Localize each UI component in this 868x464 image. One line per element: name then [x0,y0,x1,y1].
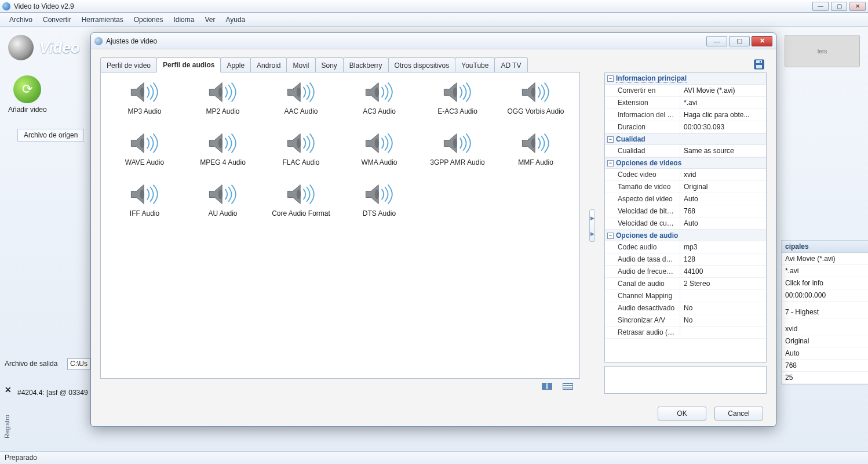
property-row[interactable]: Duracion00:00:30.093 [605,121,766,133]
dialog-maximize-button[interactable]: ▢ [729,36,750,46]
add-video-button[interactable]: Añadir video [8,75,47,114]
tab-perfil-audios[interactable]: Perfil de audios [156,57,221,72]
property-row[interactable]: Codec videoxvid [605,169,766,181]
property-row[interactable]: Tamaño de videoOriginal [605,181,766,193]
property-row[interactable]: Canal de audio2 Stereo [605,278,766,290]
property-value[interactable] [680,327,766,338]
property-value[interactable]: 2 Stereo [680,278,766,289]
ok-button[interactable]: OK [658,407,706,420]
close-log-icon[interactable]: ✕ [5,385,12,394]
property-value[interactable]: Same as source [680,145,766,157]
property-group-header[interactable]: −Opciones de videos [605,157,766,169]
property-value[interactable]: Original [680,181,766,193]
source-file-header[interactable]: Archivo de origen [17,129,84,142]
property-row[interactable]: CualidadSame as source [605,145,766,157]
property-value[interactable]: mp3 [680,241,766,253]
format-item[interactable]: WMA Audio [340,132,418,166]
save-icon[interactable] [754,59,764,71]
format-item[interactable]: FLAC Audio [262,132,340,166]
minimize-button[interactable]: — [812,2,829,11]
format-label: MPEG 4 Audio [200,158,246,166]
large-icons-view-icon[interactable] [542,383,552,390]
property-group-header[interactable]: −Informacion principal [605,73,766,85]
property-row[interactable]: Audio de tasa de bits128 [605,253,766,266]
menu-ver[interactable]: Ver [200,14,220,26]
formats-grid[interactable]: MP3 AudioMP2 AudioAAC AudioAC3 AudioE-AC… [100,72,580,379]
property-value[interactable] [680,290,766,302]
registro-tab[interactable]: Registro [0,398,14,456]
splitter[interactable]: ▶▶ [588,57,596,394]
property-value[interactable]: 00:00:30.093 [680,121,766,133]
dialog-titlebar[interactable]: Ajustes de video — ▢ ✕ [91,33,776,49]
format-item[interactable]: DTS Audio [340,183,418,217]
format-item[interactable]: MP3 Audio [105,81,184,115]
format-item[interactable]: Core Audio Format [262,183,340,217]
property-grid[interactable]: −Informacion principalConvertir enAVI Mo… [604,72,767,362]
tab-sony[interactable]: Sony [315,57,344,72]
output-file-input[interactable]: C:\Us [67,358,90,370]
format-item[interactable]: MMF Audio [497,132,575,166]
property-row[interactable]: Codec audiomp3 [605,241,766,253]
format-item[interactable]: AAC Audio [262,81,340,115]
property-row[interactable]: Channel Mapping [605,290,766,302]
property-group-header[interactable]: −Opciones de audio [605,230,766,241]
menu-opciones[interactable]: Opciones [129,14,168,26]
property-row[interactable]: Audio de frecuenci...44100 [605,266,766,278]
property-row[interactable]: Informacion del arc...Haga clic para obt… [605,109,766,121]
tab-adtv[interactable]: AD TV [494,57,527,72]
format-item[interactable]: IFF Audio [105,183,184,217]
property-value[interactable]: Auto [680,217,766,229]
dialog-minimize-button[interactable]: — [706,36,727,46]
collapse-icon[interactable]: − [607,160,614,166]
format-item[interactable]: MPEG 4 Audio [184,132,262,166]
property-row[interactable]: Audio desactivadoNo [605,302,766,314]
property-row[interactable]: Velocidad de cuadr...Auto [605,217,766,230]
property-value[interactable]: xvid [680,169,766,180]
list-view-icon[interactable] [563,383,573,390]
format-item[interactable]: OGG Vorbis Audio [497,81,575,115]
property-value[interactable]: No [680,314,766,326]
collapse-icon[interactable]: − [607,233,614,239]
maximize-button[interactable]: ▢ [831,2,847,11]
menu-ayuda[interactable]: Ayuda [221,14,250,26]
property-value[interactable]: Auto [680,193,766,205]
property-value[interactable]: 768 [680,205,766,217]
format-item[interactable]: 3GPP AMR Audio [418,132,497,166]
property-row[interactable]: Aspecto del videoAuto [605,193,766,205]
tab-perfil-video[interactable]: Perfil de video [100,57,157,72]
tab-youtube[interactable]: YouTube [455,57,495,72]
tab-movil[interactable]: Movil [286,57,315,72]
property-value[interactable]: Haga clic para obte... [680,109,766,121]
format-item[interactable]: WAVE Audio [105,132,184,166]
property-row[interactable]: Convertir enAVI Movie (*.avi) [605,85,766,97]
side-properties-peek: cipales Avi Movie (*.avi) *.avi Click fo… [781,240,868,385]
tab-android[interactable]: Android [250,57,287,72]
menu-archivo[interactable]: Archivo [5,14,37,26]
cancel-button[interactable]: Cancel [714,407,763,420]
format-item[interactable]: AC3 Audio [340,81,418,115]
dialog-footer: OK Cancel [91,401,776,426]
collapse-icon[interactable]: − [607,75,614,82]
property-row[interactable]: Retrasar audio (sec) [605,327,766,339]
menu-idioma[interactable]: Idioma [169,14,199,26]
property-value[interactable]: *.avi [680,97,766,108]
property-value[interactable]: No [680,302,766,314]
close-button[interactable]: ✕ [849,2,866,11]
menu-convertir[interactable]: Convertir [38,14,76,26]
format-item[interactable]: AU Audio [184,183,262,217]
property-value[interactable]: 128 [680,253,766,265]
property-row[interactable]: Velocidad de bits d...768 [605,205,766,217]
format-item[interactable]: MP2 Audio [184,81,262,115]
dialog-close-button[interactable]: ✕ [752,36,772,46]
property-value[interactable]: AVI Movie (*.avi) [680,85,766,96]
property-value[interactable]: 44100 [680,266,766,277]
format-item[interactable]: E-AC3 Audio [418,81,497,115]
collapse-icon[interactable]: − [607,136,614,143]
property-row[interactable]: Sincronizar A/VNo [605,314,766,327]
tab-apple[interactable]: Apple [220,57,251,72]
tab-blackberry[interactable]: Blackberry [343,57,389,72]
property-group-header[interactable]: −Cualidad [605,133,766,145]
property-row[interactable]: Extension*.avi [605,97,766,109]
menu-herramientas[interactable]: Herramientas [77,14,128,26]
tab-otros-dispositivos[interactable]: Otros dispositivos [388,57,456,72]
